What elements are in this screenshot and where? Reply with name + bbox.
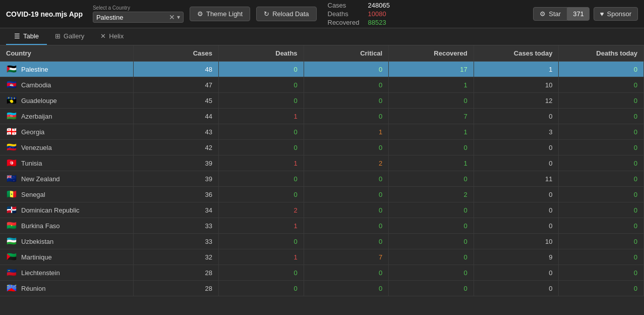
deaths-today-cell: 0 bbox=[559, 249, 644, 265]
data-table: Country Cases Deaths Critical Recovered … bbox=[0, 45, 644, 296]
app-title: COVID-19 neo.mjs App bbox=[6, 10, 83, 18]
recovered-value: 88523 bbox=[368, 19, 386, 26]
table-row[interactable]: 🇳🇿New Zealand39000110 bbox=[0, 171, 644, 187]
critical-cell: 0 bbox=[304, 265, 389, 281]
deaths-today-cell: 0 bbox=[559, 218, 644, 234]
cases-cell: 36 bbox=[134, 187, 219, 202]
deaths-value: 10080 bbox=[368, 10, 386, 18]
github-star-button[interactable]: ⚙ Star bbox=[533, 7, 567, 21]
star-count: 371 bbox=[567, 7, 590, 21]
country-cell: 🇺🇿Uzbekistan bbox=[0, 234, 134, 249]
col-header-country[interactable]: Country bbox=[0, 45, 134, 62]
reload-button[interactable]: ↻ Reload Data bbox=[256, 7, 316, 21]
col-header-critical[interactable]: Critical bbox=[304, 45, 389, 62]
country-name: Burkina Faso bbox=[21, 222, 60, 230]
theme-button[interactable]: ⚙ Theme Light bbox=[190, 7, 250, 21]
flag-icon: 🇻🇪 bbox=[6, 143, 17, 151]
cases-cell: 45 bbox=[134, 93, 219, 109]
recovered-cell: 1 bbox=[389, 124, 474, 140]
table-row[interactable]: 🇧🇫Burkina Faso3310000 bbox=[0, 218, 644, 234]
critical-cell: 0 bbox=[304, 109, 389, 124]
flag-icon: 🇰🇭 bbox=[6, 81, 17, 89]
country-select-clear-icon[interactable]: ✕ bbox=[169, 13, 175, 21]
country-name: Uzbekistan bbox=[21, 238, 53, 245]
country-cell: 🇩🇴Dominican Republic bbox=[0, 202, 134, 218]
critical-cell: 0 bbox=[304, 140, 389, 155]
header-right: ⚙ Star 371 ♥ Sponsor bbox=[533, 7, 638, 21]
critical-cell: 0 bbox=[304, 171, 389, 187]
cases-cell: 28 bbox=[134, 281, 219, 296]
deaths-today-cell: 0 bbox=[559, 124, 644, 140]
critical-cell: 0 bbox=[304, 202, 389, 218]
cases-today-cell: 0 bbox=[474, 155, 559, 171]
critical-cell: 7 bbox=[304, 249, 389, 265]
deaths-today-cell: 0 bbox=[559, 281, 644, 296]
critical-cell: 0 bbox=[304, 218, 389, 234]
recovered-cell: 0 bbox=[389, 218, 474, 234]
cases-today-cell: 10 bbox=[474, 77, 559, 93]
table-row[interactable]: 🇦🇿Azerbaijan4410700 bbox=[0, 109, 644, 124]
country-cell: 🇲🇶Martinique bbox=[0, 249, 134, 265]
table-row[interactable]: 🇷🇪Réunion2800000 bbox=[0, 281, 644, 296]
cases-today-cell: 3 bbox=[474, 124, 559, 140]
table-row[interactable]: 🇵🇸Palestine48001710 bbox=[0, 62, 644, 77]
cases-today-cell: 11 bbox=[474, 171, 559, 187]
table-row[interactable]: 🇬🇪Georgia4301130 bbox=[0, 124, 644, 140]
flag-icon: 🇳🇿 bbox=[6, 175, 17, 183]
col-header-deaths-today[interactable]: Deaths today bbox=[559, 45, 644, 62]
country-cell: 🇸🇳Senegal bbox=[0, 187, 134, 202]
country-name: New Zealand bbox=[21, 175, 60, 183]
flag-icon: 🇵🇸 bbox=[6, 65, 17, 73]
recovered-label: Recovered bbox=[328, 19, 363, 26]
tab-table[interactable]: ☰ Table bbox=[6, 28, 47, 45]
cases-cell: 39 bbox=[134, 171, 219, 187]
table-row[interactable]: 🇩🇴Dominican Republic3420000 bbox=[0, 202, 644, 218]
deaths-today-cell: 0 bbox=[559, 187, 644, 202]
cases-cell: 32 bbox=[134, 249, 219, 265]
cases-value: 248065 bbox=[368, 2, 390, 9]
col-header-cases-today[interactable]: Cases today bbox=[474, 45, 559, 62]
cases-today-cell: 0 bbox=[474, 265, 559, 281]
table-row[interactable]: 🇹🇳Tunisia3912100 bbox=[0, 155, 644, 171]
recovered-cell: 0 bbox=[389, 281, 474, 296]
country-name: Azerbaijan bbox=[21, 113, 52, 120]
table-row[interactable]: 🇰🇭Cambodia47001100 bbox=[0, 77, 644, 93]
cases-today-cell: 0 bbox=[474, 202, 559, 218]
github-icon: ⚙ bbox=[540, 10, 546, 18]
cases-cell: 33 bbox=[134, 234, 219, 249]
country-name: Réunion bbox=[21, 285, 45, 292]
recovered-cell: 0 bbox=[389, 171, 474, 187]
country-select[interactable]: Palestine ✕ ▾ bbox=[93, 12, 184, 23]
tab-helix[interactable]: ✕ Helix bbox=[92, 28, 132, 45]
deaths-cell: 0 bbox=[219, 62, 304, 77]
table-row[interactable]: 🇸🇳Senegal3600200 bbox=[0, 187, 644, 202]
col-header-recovered[interactable]: Recovered bbox=[389, 45, 474, 62]
deaths-cell: 0 bbox=[219, 187, 304, 202]
tabs-bar: ☰ Table ⊞ Gallery ✕ Helix bbox=[0, 28, 644, 45]
gallery-tab-icon: ⊞ bbox=[55, 32, 61, 40]
flag-icon: 🇬🇪 bbox=[6, 128, 17, 136]
deaths-today-cell: 0 bbox=[559, 93, 644, 109]
country-name: Venezuela bbox=[21, 144, 52, 151]
country-select-arrow-icon[interactable]: ▾ bbox=[177, 14, 180, 21]
deaths-today-cell: 0 bbox=[559, 77, 644, 93]
country-cell: 🇵🇸Palestine bbox=[0, 62, 134, 77]
tab-gallery[interactable]: ⊞ Gallery bbox=[47, 28, 92, 45]
country-cell: 🇧🇫Burkina Faso bbox=[0, 218, 134, 234]
sponsor-label: Sponsor bbox=[607, 10, 631, 18]
table-row[interactable]: 🇻🇪Venezuela4200000 bbox=[0, 140, 644, 155]
table-row[interactable]: 🇺🇿Uzbekistan33000100 bbox=[0, 234, 644, 249]
table-row[interactable]: 🇲🇶Martinique3217090 bbox=[0, 249, 644, 265]
deaths-cell: 0 bbox=[219, 93, 304, 109]
country-select-label: Select a Country bbox=[93, 5, 184, 11]
critical-cell: 0 bbox=[304, 77, 389, 93]
table-row[interactable]: 🇱🇮Liechtenstein2800000 bbox=[0, 265, 644, 281]
sponsor-button[interactable]: ♥ Sponsor bbox=[594, 7, 638, 21]
col-header-cases[interactable]: Cases bbox=[134, 45, 219, 62]
country-name: Senegal bbox=[21, 191, 45, 198]
country-name: Martinique bbox=[21, 253, 52, 261]
table-row[interactable]: 🇬🇵Guadeloupe45000120 bbox=[0, 93, 644, 109]
deaths-today-cell: 0 bbox=[559, 155, 644, 171]
table-tab-icon: ☰ bbox=[14, 32, 20, 40]
col-header-deaths[interactable]: Deaths bbox=[219, 45, 304, 62]
